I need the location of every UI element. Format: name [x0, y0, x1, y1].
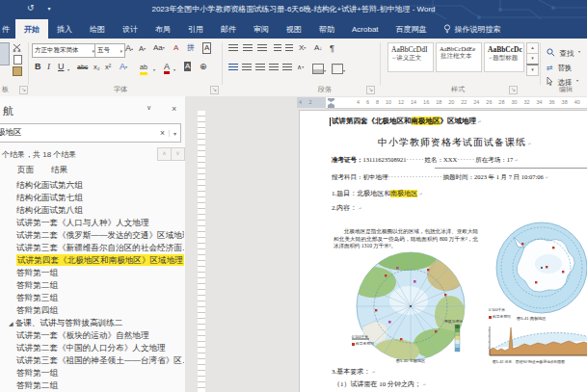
nav-heading-item[interactable]: 试讲第三套《新疆维吾尔自治区的社会经济面…: [0, 242, 184, 254]
shading-icon[interactable]: [312, 64, 324, 74]
tab-baidu-netdisk[interactable]: 百度网盘: [387, 19, 436, 39]
nav-heading-item[interactable]: 答辩第一组: [0, 267, 184, 279]
highlight-dropdown[interactable]: ▾: [153, 65, 155, 75]
close-icon[interactable]: ×: [172, 104, 176, 114]
search-input[interactable]: 极地区 × ▾: [0, 123, 181, 143]
font-dialog-launcher[interactable]: ↘: [210, 86, 219, 94]
style-card-lecture-body[interactable]: AaBbCcDdI ↵讲义正文: [387, 42, 434, 72]
align-center-icon[interactable]: [242, 64, 252, 71]
search-options-chevron-icon[interactable]: ▾: [169, 130, 180, 137]
text-effects-button[interactable]: A▾: [120, 62, 127, 72]
underline-button[interactable]: U: [58, 62, 65, 71]
tab-layout[interactable]: 布局: [147, 19, 179, 39]
sort-button[interactable]: A↓: [314, 43, 322, 53]
clipboard-dialog-launcher[interactable]: ↘: [19, 86, 28, 94]
align-left-icon[interactable]: [228, 64, 238, 71]
nav-heading-item[interactable]: 答辩第一组: [0, 367, 184, 379]
text-highlight-button[interactable]: ab: [140, 63, 147, 75]
nav-heading-item[interactable]: 试讲第三套《祖国的神圣领土——台湾省》区…: [0, 354, 184, 367]
nav-heading-item[interactable]: 试讲第二套《俄罗斯——发达的交通》区域地理: [0, 229, 184, 242]
styles-dialog-launcher[interactable]: ↘: [509, 86, 518, 94]
tab-file[interactable]: 件: [0, 19, 15, 39]
phonetic-guide-button[interactable]: 拼: [187, 43, 195, 53]
font-name-combobox[interactable]: 方正中雅宋简体▾: [32, 43, 97, 58]
increase-indent-icon[interactable]: [285, 44, 293, 52]
tab-acrobat[interactable]: Acrobat: [343, 19, 387, 39]
paragraph-dialog-launcher[interactable]: ↘: [366, 86, 375, 94]
lightbulb-icon: [443, 24, 451, 34]
station-legend: 科学考察站: [352, 341, 374, 346]
borders-dropdown[interactable]: ▾: [343, 66, 345, 76]
chevron-down-icon[interactable]: ▾: [120, 48, 122, 54]
nav-heading-parent[interactable]: ◢备课、试讲与答辩拔高训练二: [0, 317, 184, 329]
tab-insert[interactable]: 插入: [48, 19, 81, 39]
horizontal-ruler[interactable]: 4 2 4 6 8 10 12 14 16 18 20 22 24 26 28 …: [185, 96, 587, 109]
character-border-button[interactable]: A: [202, 42, 211, 54]
grow-font-button[interactable]: A▴: [125, 43, 133, 54]
tab-pages[interactable]: 页面: [17, 165, 34, 176]
subscript-button[interactable]: x₂: [93, 63, 100, 72]
asian-layout-button[interactable]: X▾: [299, 43, 306, 53]
tab-results[interactable]: 结果: [51, 165, 67, 176]
font-size-combobox[interactable]: 五号▾: [94, 43, 125, 58]
numbered-list-icon[interactable]: [243, 44, 253, 52]
nav-heading-item[interactable]: 试讲第一套《人口与人种》人文地理: [0, 217, 184, 229]
borders-icon[interactable]: [332, 64, 343, 74]
tab-mailings[interactable]: 邮件: [212, 19, 245, 39]
underline-dropdown[interactable]: ▾: [67, 65, 69, 75]
nav-heading-item[interactable]: 答辩第三组: [0, 292, 184, 304]
pane-options-chevron-icon[interactable]: ∨: [147, 104, 151, 112]
document-page[interactable]: 试讲第四套《北极地区和南极地区》区域地理↵ 中小学教师资格考试面试备课纸↵ 准考…: [299, 110, 587, 392]
paste-button[interactable]: [0, 42, 10, 65]
lesson-heading-line: 试讲第四套《北极地区和南极地区》区域地理↵: [332, 117, 481, 126]
nav-heading-item[interactable]: 试讲第二套《中国的人口分布》人文地理: [0, 342, 184, 354]
collapse-triangle-icon[interactable]: ◢: [9, 321, 13, 327]
shading-dropdown[interactable]: ▾: [324, 66, 326, 76]
tell-me-search[interactable]: 操作说明搜索: [436, 19, 509, 39]
styles-more-button[interactable]: ▾: [526, 64, 539, 76]
line-spacing-button[interactable]: ∧▾: [297, 63, 304, 72]
bullet-list-icon[interactable]: [228, 44, 238, 52]
font-color-dropdown[interactable]: ▾: [173, 65, 175, 75]
vertical-ruler[interactable]: [198, 111, 205, 392]
nav-heading-item[interactable]: 结构化面试第六组: [0, 179, 184, 192]
character-shading-button[interactable]: A: [184, 62, 191, 71]
multilevel-list-icon[interactable]: [257, 44, 267, 52]
strikethrough-button[interactable]: abc: [77, 63, 88, 72]
tab-references[interactable]: 引用: [179, 19, 212, 39]
show-hide-pilcrow-button[interactable]: ¶: [330, 43, 334, 53]
clear-formatting-button[interactable]: A: [173, 43, 178, 53]
change-case-button[interactable]: Aa▾: [153, 43, 165, 53]
tab-design[interactable]: 设计: [114, 19, 147, 39]
shrink-font-button[interactable]: A▾: [139, 44, 146, 54]
nav-heading-item[interactable]: 答辩第四组: [0, 304, 184, 317]
superscript-button[interactable]: x²: [105, 63, 111, 72]
font-color-button[interactable]: A: [164, 62, 170, 74]
distribute-icon[interactable]: [282, 64, 292, 71]
next-result-button[interactable]: ∨: [171, 147, 185, 161]
nav-heading-item[interactable]: 结构化面试第七组: [0, 192, 184, 204]
justify-icon[interactable]: [269, 64, 279, 71]
nav-heading-item-current[interactable]: 试讲第四套《北极地区和南极地区》区域地理: [0, 254, 184, 267]
previous-result-button[interactable]: ∧: [157, 147, 172, 161]
decrease-indent-icon[interactable]: [274, 44, 281, 52]
style-card-question-heading[interactable]: AaBbCcDc ↵题型标题: [484, 42, 524, 72]
nav-heading-item[interactable]: 试讲第一套《板块的运动》自然地理: [0, 329, 184, 342]
tab-review[interactable]: 审阅: [245, 19, 278, 39]
nav-heading-item[interactable]: 结构化面试第八组: [0, 204, 184, 217]
style-card-balloon-text[interactable]: AaBbCcDdEe 批注框文本: [436, 42, 482, 72]
tab-draw[interactable]: 绘图: [81, 19, 114, 39]
align-right-icon[interactable]: [255, 64, 265, 71]
enclose-characters-button[interactable]: ⊕: [200, 62, 207, 71]
tab-help[interactable]: 帮助: [310, 19, 343, 39]
nav-heading-item[interactable]: 答辩第二组: [0, 279, 184, 292]
cut-icon[interactable]: [13, 43, 21, 52]
bold-button[interactable]: B: [35, 62, 41, 71]
format-painter-icon[interactable]: [13, 66, 22, 76]
nav-heading-item[interactable]: 答辩第二组: [0, 379, 184, 392]
italic-button[interactable]: I: [47, 62, 50, 71]
tab-home[interactable]: 开始: [15, 19, 48, 39]
copy-icon[interactable]: [13, 55, 22, 65]
clear-search-icon[interactable]: ×: [156, 128, 169, 138]
tab-view[interactable]: 视图: [278, 19, 310, 39]
